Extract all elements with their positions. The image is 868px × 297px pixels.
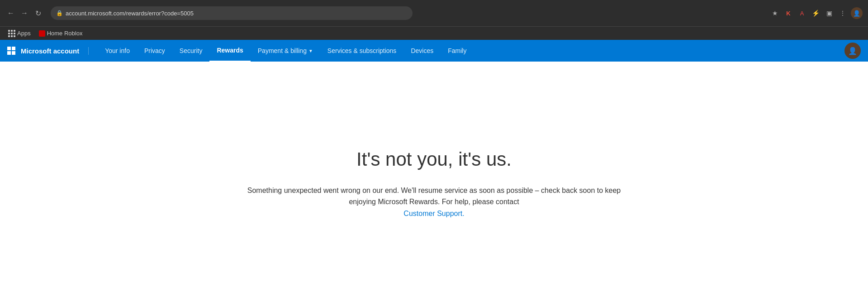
reload-button[interactable]: ↻ (33, 8, 43, 19)
url-text: account.microsoft.com/rewards/error?code… (66, 10, 407, 17)
payment-billing-dropdown: Payment & billing ▼ (258, 47, 313, 54)
apps-label: Apps (17, 30, 31, 37)
chevron-down-icon: ▼ (308, 48, 313, 53)
lock-icon: 🔒 (56, 10, 63, 16)
apps-bookmark[interactable]: Apps (5, 29, 33, 38)
home-roblox-label: Home Roblox (47, 30, 83, 37)
ms-navbar: Microsoft account Your info Privacy Secu… (0, 40, 868, 62)
home-roblox-bookmark[interactable]: Home Roblox (35, 29, 86, 38)
error-body: Something unexpected went wrong on our e… (240, 185, 629, 220)
puzzle-icon[interactable]: ▣ (824, 8, 835, 19)
error-body-text: Something unexpected went wrong on our e… (247, 187, 621, 206)
bookmarks-bar: Apps Home Roblox (0, 26, 868, 40)
ms-account-brand[interactable]: Microsoft account (21, 47, 89, 55)
extension-icon-2[interactable]: A (797, 8, 807, 19)
back-button[interactable]: ← (5, 8, 16, 19)
nav-services-subscriptions[interactable]: Services & subscriptions (320, 40, 404, 62)
payment-billing-label: Payment & billing (258, 47, 307, 54)
error-heading: It's not you, it's us. (356, 148, 512, 170)
browser-nav-buttons: ← → ↻ (5, 8, 43, 19)
ms-user-avatar[interactable]: 👤 (844, 43, 861, 59)
ms-nav-items: Your info Privacy Security Rewards Payme… (98, 40, 844, 62)
nav-rewards[interactable]: Rewards (209, 40, 250, 62)
browser-profile-avatar[interactable]: 👤 (851, 7, 863, 19)
forward-button[interactable]: → (19, 8, 30, 19)
browser-chrome: ← → ↻ 🔒 account.microsoft.com/rewards/er… (0, 0, 868, 26)
ms-waffle-icon[interactable] (7, 47, 15, 55)
svg-rect-1 (12, 47, 15, 50)
roblox-favicon (39, 30, 45, 37)
browser-right-icons: ★ K A ⚡ ▣ ⋮ 👤 (769, 7, 863, 19)
svg-rect-0 (7, 47, 11, 50)
extension-icon-1[interactable]: K (783, 8, 794, 19)
nav-privacy[interactable]: Privacy (137, 40, 172, 62)
nav-security[interactable]: Security (172, 40, 210, 62)
nav-your-info[interactable]: Your info (98, 40, 137, 62)
nav-family[interactable]: Family (441, 40, 474, 62)
main-content: It's not you, it's us. Something unexpec… (0, 62, 868, 297)
svg-rect-3 (12, 51, 15, 55)
address-bar[interactable]: 🔒 account.microsoft.com/rewards/error?co… (51, 6, 413, 20)
extension-icon-3[interactable]: ⚡ (810, 8, 821, 19)
apps-grid-icon (8, 30, 15, 37)
star-icon[interactable]: ★ (769, 8, 780, 19)
customer-support-link[interactable]: Customer Support. (403, 210, 464, 217)
nav-devices[interactable]: Devices (403, 40, 441, 62)
nav-payment-billing[interactable]: Payment & billing ▼ (251, 40, 320, 62)
support-link-label: Customer Support. (403, 210, 464, 217)
menu-icon[interactable]: ⋮ (837, 8, 848, 19)
svg-rect-2 (7, 51, 11, 55)
